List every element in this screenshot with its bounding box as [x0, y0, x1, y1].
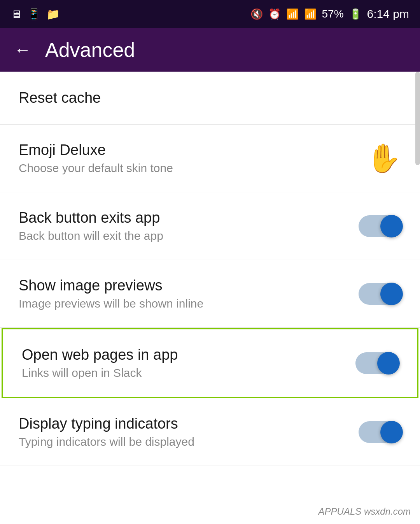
- setting-subtitle-typing-indicators: Typing indicators will be displayed: [19, 435, 346, 448]
- folder-icon: 📁: [46, 8, 60, 21]
- battery-percentage: 57%: [322, 8, 344, 20]
- setting-item-image-previews[interactable]: Show image previews Image previews will …: [0, 260, 420, 328]
- setting-title-open-web-pages: Open web pages in app: [22, 346, 343, 363]
- signal-icon: 📶: [304, 8, 317, 20]
- status-time: 6:14 pm: [367, 7, 409, 21]
- setting-item-emoji-deluxe[interactable]: Emoji Deluxe Choose your default skin to…: [0, 125, 420, 192]
- status-bar-right: 🔇 ⏰ 📶 📶 57% 🔋 6:14 pm: [250, 7, 409, 21]
- setting-text-image-previews: Show image previews Image previews will …: [19, 277, 346, 310]
- back-button-toggle[interactable]: [359, 215, 401, 237]
- setting-title-reset-cache: Reset cache: [19, 90, 101, 106]
- header: ← Advanced: [0, 28, 420, 72]
- back-button[interactable]: ←: [14, 41, 31, 58]
- status-bar-left: 🖥 📱 📁: [11, 8, 60, 21]
- settings-content: Reset cache Emoji Deluxe Choose your def…: [0, 72, 420, 466]
- status-bar: 🖥 📱 📁 🔇 ⏰ 📶 📶 57% 🔋 6:14 pm: [0, 0, 420, 28]
- page-title: Advanced: [45, 38, 135, 62]
- phone-icon: 📱: [27, 8, 41, 21]
- toggle-thumb: [380, 283, 403, 305]
- setting-text-emoji-deluxe: Emoji Deluxe Choose your default skin to…: [19, 142, 354, 175]
- toggle-thumb: [380, 215, 403, 237]
- open-web-pages-toggle[interactable]: [355, 352, 398, 374]
- emoji-deluxe-icon: ✋: [366, 142, 401, 175]
- typing-indicators-toggle[interactable]: [359, 421, 401, 443]
- image-previews-toggle[interactable]: [359, 283, 401, 305]
- setting-item-typing-indicators[interactable]: Display typing indicators Typing indicat…: [0, 398, 420, 466]
- back-button-toggle-container: [359, 215, 401, 237]
- setting-subtitle-emoji-deluxe: Choose your default skin tone: [19, 162, 354, 175]
- setting-subtitle-open-web-pages: Links will open in Slack: [22, 366, 343, 380]
- watermark: APPUALS wsxdn.com: [318, 506, 411, 517]
- setting-text-open-web-pages: Open web pages in app Links will open in…: [22, 346, 343, 380]
- setting-text-back-button: Back button exits app Back button will e…: [19, 209, 346, 243]
- setting-subtitle-back-button: Back button will exit the app: [19, 229, 346, 243]
- setting-title-typing-indicators: Display typing indicators: [19, 415, 346, 432]
- battery-icon: 🔋: [349, 8, 362, 20]
- setting-item-reset-cache[interactable]: Reset cache: [0, 72, 420, 125]
- open-web-pages-toggle-container: [355, 352, 398, 374]
- scrollbar[interactable]: [415, 72, 420, 165]
- image-previews-toggle-container: [359, 283, 401, 305]
- wifi-icon: 📶: [286, 8, 299, 20]
- toggle-thumb: [377, 352, 400, 375]
- hand-emoji: ✋: [366, 142, 401, 175]
- watermark-text: APPUALS wsxdn.com: [318, 506, 411, 517]
- setting-item-open-web-pages[interactable]: Open web pages in app Links will open in…: [2, 328, 418, 398]
- screen-icon: 🖥: [11, 8, 22, 21]
- setting-title-image-previews: Show image previews: [19, 277, 346, 294]
- setting-title-back-button: Back button exits app: [19, 209, 346, 226]
- setting-item-back-button[interactable]: Back button exits app Back button will e…: [0, 192, 420, 260]
- typing-indicators-toggle-container: [359, 421, 401, 443]
- alarm-icon: ⏰: [268, 8, 281, 20]
- mute-icon: 🔇: [250, 8, 263, 20]
- setting-text-typing-indicators: Display typing indicators Typing indicat…: [19, 415, 346, 448]
- toggle-thumb: [380, 421, 403, 443]
- setting-title-emoji-deluxe: Emoji Deluxe: [19, 142, 354, 158]
- setting-subtitle-image-previews: Image previews will be shown inline: [19, 297, 346, 310]
